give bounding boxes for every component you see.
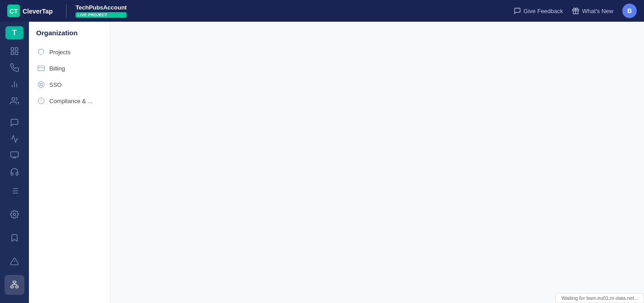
clevertap-logo[interactable]: CT CleverTap — [7, 5, 57, 17]
flow-icon — [10, 134, 19, 143]
live-badge: LIVE PROJECT — [76, 12, 127, 18]
svg-line-37 — [39, 85, 40, 87]
campaign-icon — [10, 151, 19, 160]
svg-rect-25 — [16, 286, 19, 288]
nav-divider — [66, 5, 66, 17]
sidebar-item-flow[interactable] — [5, 132, 24, 146]
status-text: Waiting for bam.eu01.nr-data.net... — [561, 295, 638, 301]
sidebar-item-phone[interactable] — [5, 61, 24, 75]
svg-point-33 — [40, 83, 42, 85]
sidebar-item-support[interactable] — [5, 165, 24, 179]
org-menu-projects[interactable]: Projects — [29, 44, 110, 60]
feedback-icon — [514, 7, 521, 14]
org-sidebar: Organization Projects Billing SSO Compli… — [29, 22, 110, 303]
sidebar-item-settings[interactable] — [5, 204, 24, 224]
account-name: TechPubsAccount — [76, 4, 127, 11]
svg-rect-8 — [11, 52, 14, 55]
chat-icon — [10, 118, 19, 127]
svg-rect-23 — [13, 281, 16, 283]
svg-line-34 — [39, 82, 40, 84]
account-info: TechPubsAccount LIVE PROJECT — [76, 4, 127, 18]
projects-icon — [38, 48, 45, 56]
svg-line-35 — [42, 85, 43, 87]
project-tile[interactable]: T — [5, 26, 24, 39]
svg-rect-7 — [15, 52, 18, 55]
compliance-icon — [38, 97, 45, 104]
org-menu-sso[interactable]: SSO — [29, 76, 110, 93]
gift-icon — [572, 7, 579, 14]
chart-icon — [10, 80, 19, 89]
sidebar-item-chat[interactable] — [5, 115, 24, 130]
sidebar-item-campaign[interactable] — [5, 148, 24, 162]
org-menu-compliance[interactable]: Compliance & ... — [29, 93, 110, 109]
svg-line-36 — [42, 82, 43, 84]
list-icon — [10, 186, 19, 195]
billing-icon — [38, 65, 45, 72]
sidebar-item-alert[interactable] — [5, 251, 24, 271]
svg-text:CT: CT — [9, 8, 18, 15]
support-icon — [10, 167, 19, 176]
sidebar-item-bookmark[interactable] — [5, 228, 24, 248]
topnav-right: Give Feedback What's New B — [514, 4, 637, 18]
logo-area: CT CleverTap TechPubsAccount LIVE PROJEC… — [7, 4, 127, 18]
sidebar-item-users[interactable] — [5, 93, 24, 108]
bookmark-icon — [10, 233, 19, 242]
icon-sidebar: T — [0, 22, 29, 303]
sidebar-item-chart[interactable] — [5, 77, 24, 91]
org-icon — [10, 280, 19, 289]
sidebar-item-list[interactable] — [5, 181, 24, 201]
sidebar-item-org[interactable] — [5, 275, 24, 295]
sidebar-bottom-section — [5, 180, 24, 303]
svg-text:CleverTap: CleverTap — [23, 8, 53, 15]
settings-icon — [10, 210, 19, 219]
org-menu-billing[interactable]: Billing — [29, 60, 110, 76]
org-sidebar-title: Organization — [29, 29, 110, 44]
dashboard-icon — [10, 47, 19, 56]
svg-rect-13 — [11, 152, 19, 157]
give-feedback-button[interactable]: Give Feedback — [514, 7, 563, 14]
sidebar-item-dashboard[interactable] — [5, 44, 24, 58]
status-bar: Waiting for bam.eu01.nr-data.net... — [555, 293, 644, 303]
top-navigation: CT CleverTap TechPubsAccount LIVE PROJEC… — [0, 0, 644, 22]
alert-icon — [10, 257, 19, 266]
svg-point-12 — [12, 97, 15, 100]
phone-icon — [10, 63, 19, 72]
sso-icon — [38, 81, 45, 88]
user-avatar[interactable]: B — [622, 4, 637, 18]
svg-rect-30 — [38, 66, 45, 71]
whats-new-button[interactable]: What's New — [572, 7, 613, 14]
main-content — [110, 22, 644, 303]
svg-point-20 — [14, 213, 16, 215]
svg-rect-24 — [11, 286, 14, 288]
svg-rect-6 — [15, 48, 18, 51]
svg-rect-5 — [11, 48, 14, 51]
users-icon — [10, 96, 19, 105]
